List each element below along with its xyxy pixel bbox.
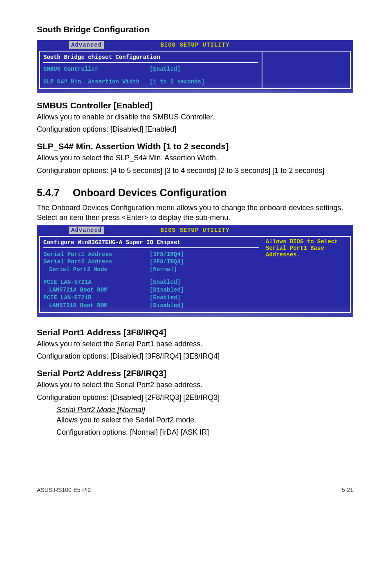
bios-row: Serial Port2 Address [2F8/IRQ3] — [40, 258, 262, 266]
paragraph: Allows you to select the Serial Port2 mo… — [56, 415, 353, 425]
bios-titlebar: Advanced BIOS SETUP UTILITY — [37, 40, 353, 51]
bios-row: SMBUS Controller [Enabled] — [40, 65, 262, 73]
bios-row: Serial Port1 Address [3F8/IRQ4] — [40, 251, 262, 258]
bios-title-text: BIOS SETUP UTILITY — [160, 227, 229, 233]
bios-row: SLP_S4# Min. Assertion Width [1 to 2 sec… — [40, 78, 262, 86]
bios-row-value: [Normal] — [150, 266, 177, 274]
paragraph: Allows you to select the Serial Port1 ba… — [37, 339, 353, 349]
paragraph: Configuration options: [4 to 5 seconds] … — [37, 166, 353, 175]
heading-onboard: 5.4.7Onboard Devices Configuration — [37, 187, 353, 199]
bios-row-label: PCIE LAN-5721A — [43, 278, 150, 286]
bios-screenshot-southbridge: Advanced BIOS SETUP UTILITY South Bridge… — [37, 40, 353, 93]
bios-row: LAN5721B Boot ROM [Disabled] — [40, 302, 262, 310]
bios-panel-title: Configure Win83627EHG-A Super IO Chipset — [40, 238, 262, 247]
heading-number: 5.4.7 — [37, 187, 73, 199]
document-page: South Bridge Configuration Advanced BIOS… — [0, 0, 390, 509]
bios-row-label: SLP_S4# Min. Assertion Width — [43, 78, 150, 86]
bios-divider — [43, 247, 259, 248]
heading-text: Onboard Devices Configuration — [73, 187, 226, 198]
paragraph: The Onboard Devices Configuration menu a… — [37, 203, 353, 223]
paragraph: Allows you to enable or disable the SMBU… — [37, 112, 353, 122]
paragraph: Configuration options: [Disabled] [3F8/I… — [37, 351, 353, 361]
bios-left-panel: South Bridge chipset Configuration SMBUS… — [39, 51, 262, 89]
bios-row: PCIE LAN-5721B [Enabled] — [40, 294, 262, 302]
paragraph: Configuration options: [Disabled] [Enabl… — [37, 124, 353, 134]
bios-tab-advanced: Advanced — [69, 41, 104, 49]
bios-row-value: [Disabled] — [150, 302, 184, 310]
sub-item-title: Serial Port2 Mode [Normal] — [56, 406, 353, 414]
bios-row: PCIE LAN-5721A [Enabled] — [40, 278, 262, 286]
paragraph: Configuration options: [Disabled] [2F8/I… — [37, 393, 353, 402]
footer-left: ASUS RS100-E5-PI2 — [37, 487, 91, 493]
bios-help-panel: Allows BIOS to Select Serial Port1 Base … — [262, 236, 351, 313]
bios-row: LAN5721A Boot ROM [Disabled] — [40, 286, 262, 294]
bios-row: Serial Port2 Mode [Normal] — [40, 266, 262, 274]
bios-row-value: [3F8/IRQ4] — [150, 251, 184, 258]
bios-row-value: [Enabled] — [150, 294, 181, 302]
bios-titlebar: Advanced BIOS SETUP UTILITY — [37, 225, 353, 236]
bios-panel-title: South Bridge chipset Configuration — [40, 53, 262, 62]
bios-help-text: Allows BIOS to Select Serial Port1 Base … — [266, 238, 338, 258]
bios-left-panel: Configure Win83627EHG-A Super IO Chipset… — [39, 236, 262, 313]
sub-item-block: Serial Port2 Mode [Normal] Allows you to… — [56, 406, 353, 438]
bios-row-value: [Enabled] — [150, 278, 181, 286]
bios-row-label: PCIE LAN-5721B — [43, 294, 150, 302]
heading-serial-port2: Serial Port2 Address [2F8/IRQ3] — [37, 368, 353, 378]
bios-screenshot-onboard: Advanced BIOS SETUP UTILITY Configure Wi… — [37, 225, 353, 317]
paragraph: Allows you to select the SLP_S4# Min. As… — [37, 153, 353, 163]
bios-row-label: Serial Port2 Address — [43, 258, 150, 266]
bios-row-label: LAN5721B Boot ROM — [49, 302, 150, 310]
bios-body: Configure Win83627EHG-A Super IO Chipset… — [37, 236, 353, 317]
bios-row-value: [Disabled] — [150, 286, 184, 294]
footer-right: 5-21 — [342, 487, 353, 493]
heading-serial-port1: Serial Port1 Address [3F8/IRQ4] — [37, 328, 353, 337]
bios-row-value: [2F8/IRQ3] — [150, 258, 184, 266]
bios-title-text: BIOS SETUP UTILITY — [160, 42, 229, 48]
bios-row-value: [1 to 2 seconds] — [150, 78, 204, 86]
heading-south-bridge: South Bridge Configuration — [37, 25, 353, 34]
paragraph: Allows you to select the Serial Port2 ba… — [37, 380, 353, 390]
bios-row-label: Serial Port2 Mode — [49, 266, 150, 274]
bios-body: South Bridge chipset Configuration SMBUS… — [37, 51, 353, 93]
bios-row-label: SMBUS Controller — [43, 65, 150, 73]
bios-row-label: Serial Port1 Address — [43, 251, 150, 258]
bios-tab-advanced: Advanced — [69, 227, 104, 234]
bios-row-value: [Enabled] — [150, 65, 181, 73]
heading-smbus: SMBUS Controller [Enabled] — [37, 101, 353, 110]
paragraph: Configuration options: [Normal] [IrDA] [… — [56, 427, 353, 437]
heading-slp: SLP_S4# Min. Assertion Width [1 to 2 sec… — [37, 141, 353, 151]
bios-right-panel — [262, 51, 351, 89]
page-footer: ASUS RS100-E5-PI2 5-21 — [37, 487, 353, 493]
bios-row-label: LAN5721A Boot ROM — [49, 286, 150, 294]
bios-divider — [43, 62, 258, 63]
